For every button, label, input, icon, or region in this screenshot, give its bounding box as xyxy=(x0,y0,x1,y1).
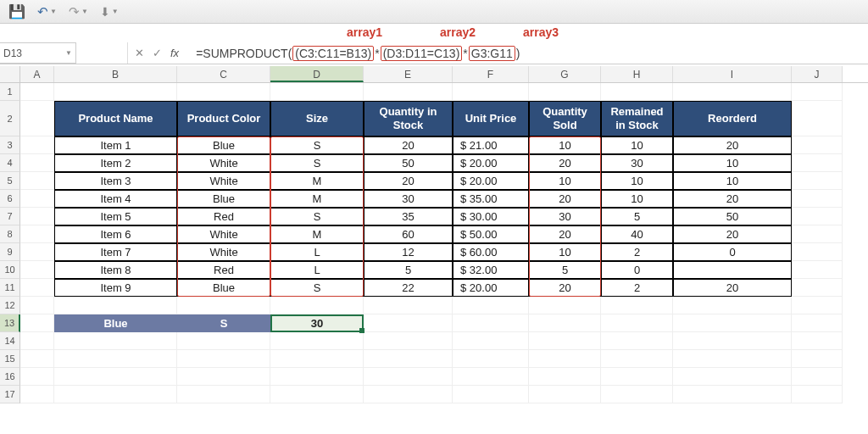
cell-e16[interactable] xyxy=(364,368,453,386)
row-header-13[interactable]: 13 xyxy=(0,314,20,332)
fx-button[interactable]: fx xyxy=(170,47,179,59)
col-header-f[interactable]: F xyxy=(453,66,529,82)
col-header-a[interactable]: A xyxy=(20,66,54,82)
cell-remained[interactable]: 2 xyxy=(601,279,673,297)
cell-j17[interactable] xyxy=(792,386,843,403)
cell-b14[interactable] xyxy=(54,332,177,350)
cell-h12[interactable] xyxy=(601,297,673,314)
cell-a8[interactable] xyxy=(20,225,54,243)
col-header-i[interactable]: I xyxy=(673,66,792,82)
row-header-2[interactable]: 2 xyxy=(0,101,20,136)
cell-g17[interactable] xyxy=(529,386,601,403)
cell-product-color[interactable]: White xyxy=(177,225,270,243)
cell-product-name[interactable]: Item 2 xyxy=(54,154,177,172)
cell-i13[interactable] xyxy=(673,314,792,332)
cell-d14[interactable] xyxy=(270,332,364,350)
cell-f15[interactable] xyxy=(453,350,529,368)
cell-unit-price[interactable]: $ 60.00 xyxy=(453,243,529,261)
row-header-11[interactable]: 11 xyxy=(0,279,20,297)
cell-product-name[interactable]: Item 4 xyxy=(54,190,177,208)
cell-qty-sold[interactable]: 30 xyxy=(529,208,601,225)
cell-j6[interactable] xyxy=(792,190,843,208)
name-box[interactable]: D13 ▼ xyxy=(0,42,76,64)
cell-product-color[interactable]: White xyxy=(177,172,270,190)
cell-i14[interactable] xyxy=(673,332,792,350)
header-product-name[interactable]: Product Name xyxy=(54,101,177,136)
cell-f16[interactable] xyxy=(453,368,529,386)
row-header-1[interactable]: 1 xyxy=(0,83,20,101)
cell-g1[interactable] xyxy=(529,83,601,101)
cell-unit-price[interactable]: $ 30.00 xyxy=(453,208,529,225)
cell-size[interactable]: L xyxy=(270,261,364,279)
cell-j13[interactable] xyxy=(792,314,843,332)
cell-a5[interactable] xyxy=(20,172,54,190)
cell-d12[interactable] xyxy=(270,297,364,314)
cell-h14[interactable] xyxy=(601,332,673,350)
cell-qty-stock[interactable]: 5 xyxy=(364,261,453,279)
cell-g14[interactable] xyxy=(529,332,601,350)
cell-unit-price[interactable]: $ 35.00 xyxy=(453,190,529,208)
cell-qty-stock[interactable]: 60 xyxy=(364,225,453,243)
col-header-e[interactable]: E xyxy=(364,66,453,82)
cell-qty-sold[interactable]: 10 xyxy=(529,136,601,154)
cell-remained[interactable]: 40 xyxy=(601,225,673,243)
cell-j3[interactable] xyxy=(792,136,843,154)
cell-unit-price[interactable]: $ 21.00 xyxy=(453,136,529,154)
cell-d15[interactable] xyxy=(270,350,364,368)
cell-product-name[interactable]: Item 6 xyxy=(54,225,177,243)
cell-product-color[interactable]: Red xyxy=(177,208,270,225)
col-header-b[interactable]: B xyxy=(54,66,177,82)
cell-b12[interactable] xyxy=(54,297,177,314)
cell-a11[interactable] xyxy=(20,279,54,297)
cell-a15[interactable] xyxy=(20,350,54,368)
cell-product-color[interactable]: Blue xyxy=(177,279,270,297)
cell-reorderd[interactable] xyxy=(673,261,792,279)
cell-b17[interactable] xyxy=(54,386,177,403)
cell-h16[interactable] xyxy=(601,368,673,386)
row-header-10[interactable]: 10 xyxy=(0,261,20,279)
cell-reorderd[interactable]: 20 xyxy=(673,190,792,208)
cell-j5[interactable] xyxy=(792,172,843,190)
cell-i15[interactable] xyxy=(673,350,792,368)
cell-reorderd[interactable]: 0 xyxy=(673,243,792,261)
cell-f12[interactable] xyxy=(453,297,529,314)
summary-size[interactable]: S xyxy=(177,314,270,332)
cell-d17[interactable] xyxy=(270,386,364,403)
cell-a4[interactable] xyxy=(20,154,54,172)
cell-product-name[interactable]: Item 9 xyxy=(54,279,177,297)
header-size[interactable]: Size xyxy=(270,101,364,136)
cell-b16[interactable] xyxy=(54,368,177,386)
row-header-14[interactable]: 14 xyxy=(0,332,20,350)
cell-unit-price[interactable]: $ 20.00 xyxy=(453,154,529,172)
cell-e14[interactable] xyxy=(364,332,453,350)
header-unit-price[interactable]: Unit Price xyxy=(453,101,529,136)
cell-qty-sold[interactable]: 20 xyxy=(529,154,601,172)
header-qty-stock[interactable]: Quantity in Stock xyxy=(364,101,453,136)
cell-qty-sold[interactable]: 20 xyxy=(529,190,601,208)
cell-h17[interactable] xyxy=(601,386,673,403)
col-header-h[interactable]: H xyxy=(601,66,673,82)
header-remained[interactable]: Remained in Stock xyxy=(601,101,673,136)
cell-product-color[interactable]: Red xyxy=(177,261,270,279)
cell-unit-price[interactable]: $ 20.00 xyxy=(453,172,529,190)
cell-c12[interactable] xyxy=(177,297,270,314)
cell-j1[interactable] xyxy=(792,83,843,101)
header-qty-sold[interactable]: Quantity Sold xyxy=(529,101,601,136)
cell-qty-stock[interactable]: 20 xyxy=(364,172,453,190)
cell-a13[interactable] xyxy=(20,314,54,332)
cell-remained[interactable]: 2 xyxy=(601,243,673,261)
cell-j9[interactable] xyxy=(792,243,843,261)
cell-product-color[interactable]: White xyxy=(177,243,270,261)
cell-j16[interactable] xyxy=(792,368,843,386)
cell-d1[interactable] xyxy=(270,83,364,101)
cell-size[interactable]: S xyxy=(270,154,364,172)
cell-j15[interactable] xyxy=(792,350,843,368)
cell-j10[interactable] xyxy=(792,261,843,279)
col-header-d[interactable]: D xyxy=(270,66,364,82)
cell-f13[interactable] xyxy=(453,314,529,332)
cell-unit-price[interactable]: $ 20.00 xyxy=(453,279,529,297)
cell-size[interactable]: M xyxy=(270,190,364,208)
formula-bar[interactable]: =SUMPRODUCT( (C3:C11=B13) * (D3:D11=C13)… xyxy=(186,42,868,64)
cell-product-name[interactable]: Item 5 xyxy=(54,208,177,225)
col-header-j[interactable]: J xyxy=(792,66,843,82)
